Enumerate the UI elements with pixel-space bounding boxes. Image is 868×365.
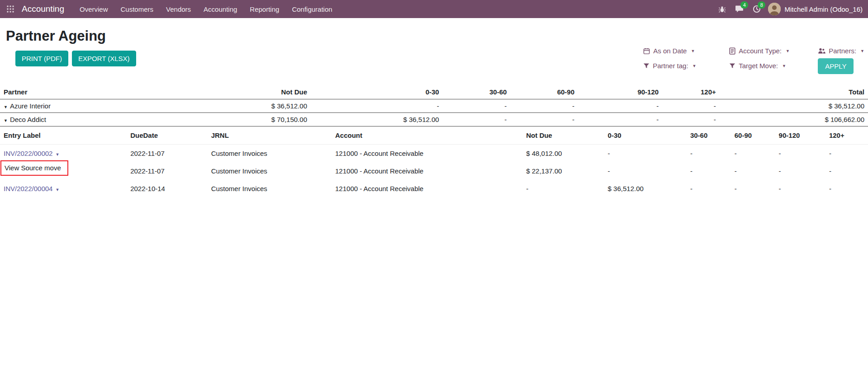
cell-0-30: - — [604, 145, 687, 163]
entry-detail-table: Entry Label DueDate JRNL Account Not Due… — [0, 126, 868, 197]
cell-not-due: $ 36,512.00 — [174, 99, 311, 113]
partner-ageing-report: Partner Ageing PRINT (PDF) EXPORT (XLSX)… — [0, 28, 868, 197]
filter-label: Partner tag: — [653, 62, 688, 70]
activities-badge: 8 — [758, 1, 765, 9]
cell-0-30: $ 36,512.00 — [311, 113, 443, 126]
menu-accounting[interactable]: Accounting — [197, 0, 243, 18]
partner-table-header-row: Partner Not Due 0-30 30-60 60-90 90-120 … — [0, 85, 868, 99]
messages-badge: 4 — [740, 1, 748, 9]
cell-120-plus: - — [825, 162, 868, 180]
col-90-120: 90-120 — [775, 126, 825, 145]
user-avatar[interactable] — [768, 3, 781, 15]
chevron-down-icon: ▼ — [781, 64, 786, 68]
partner-name[interactable]: Deco Addict — [10, 116, 46, 123]
page-title: Partner Ageing — [6, 28, 868, 44]
col-entry-label: Entry Label — [0, 126, 127, 145]
col-account: Account — [332, 126, 522, 145]
chevron-down-icon: ▼ — [859, 49, 864, 53]
cell-due-date: 2022-11-07 — [127, 162, 207, 180]
filter-funnel-icon — [643, 63, 650, 69]
calendar-icon — [643, 47, 650, 55]
cell-60-90: - — [731, 180, 775, 197]
cell-90-120: - — [578, 113, 662, 126]
menu-reporting[interactable]: Reporting — [243, 0, 285, 18]
filter-partner-tag[interactable]: Partner tag: ▼ — [643, 62, 696, 70]
filter-account-type[interactable]: Account Type: ▼ — [729, 47, 790, 55]
filter-label: Account Type: — [739, 47, 782, 55]
entry-row-with-open-dropdown: View Source move 2022-11-07 Customer Inv… — [0, 162, 868, 180]
cell-120-plus: - — [662, 99, 720, 113]
cell-30-60: - — [687, 162, 731, 180]
menu-customers[interactable]: Customers — [114, 0, 160, 18]
cell-30-60: - — [443, 99, 511, 113]
cell-60-90: - — [731, 162, 775, 180]
menu-configuration[interactable]: Configuration — [285, 0, 338, 18]
filter-as-on-date[interactable]: As on Date ▼ — [643, 47, 695, 55]
app-name[interactable]: Accounting — [22, 4, 64, 14]
filter-target-move[interactable]: Target Move: ▼ — [729, 62, 786, 70]
partner-row-deco-addict: ▼Deco Addict $ 70,150.00 $ 36,512.00 - -… — [0, 113, 868, 126]
col-total: Total — [720, 85, 868, 99]
col-partner: Partner — [0, 85, 174, 99]
cell-not-due: $ 22,137.00 — [522, 162, 604, 180]
report-controls: PRINT (PDF) EXPORT (XLSX) As on Date ▼ A — [0, 51, 868, 74]
apps-menu-icon[interactable] — [0, 0, 21, 18]
collapse-caret-icon[interactable]: ▼ — [4, 118, 8, 123]
col-not-due: Not Due — [174, 85, 311, 99]
topbar-menu: Overview Customers Vendors Accounting Re… — [73, 0, 339, 18]
entry-row-inv-2022-00004: INV/2022/00004▼ 2022-10-14 Customer Invo… — [0, 180, 868, 197]
detail-table-header-row: Entry Label DueDate JRNL Account Not Due… — [0, 126, 868, 145]
cell-jrnl: Customer Invoices — [208, 145, 332, 163]
cell-30-60: - — [443, 113, 511, 126]
col-not-due: Not Due — [522, 126, 604, 145]
chevron-down-icon: ▼ — [785, 49, 790, 53]
cell-120-plus: - — [825, 145, 868, 163]
cell-0-30: - — [311, 99, 443, 113]
menu-vendors[interactable]: Vendors — [160, 0, 197, 18]
grid-dots-icon — [6, 5, 14, 13]
cell-60-90: - — [510, 113, 578, 126]
col-30-60: 30-60 — [443, 85, 511, 99]
chevron-down-icon: ▼ — [692, 64, 697, 68]
debug-bug-icon[interactable] — [714, 0, 730, 18]
partner-ageing-table: Partner Not Due 0-30 30-60 60-90 90-120 … — [0, 85, 868, 126]
cell-not-due: $ 70,150.00 — [174, 113, 311, 126]
cell-not-due: $ 48,012.00 — [522, 145, 604, 163]
report-filters: As on Date ▼ Account Type: ▼ Partners: — [643, 47, 864, 74]
cell-30-60: - — [687, 145, 731, 163]
cell-90-120: - — [775, 145, 825, 163]
collapse-caret-icon[interactable]: ▼ — [4, 105, 8, 109]
print-pdf-button[interactable]: PRINT (PDF) — [15, 51, 68, 66]
topbar: Accounting Overview Customers Vendors Ac… — [0, 0, 868, 18]
cell-30-60: - — [687, 180, 731, 197]
cell-0-30: $ 36,512.00 — [604, 180, 687, 197]
user-menu[interactable]: Mitchell Admin (Odoo_16) — [784, 5, 864, 13]
filter-label: Partners: — [829, 47, 856, 55]
entry-label-link[interactable]: INV/2022/00004 — [4, 185, 52, 192]
chevron-down-icon[interactable]: ▼ — [55, 152, 59, 157]
col-90-120: 90-120 — [578, 85, 662, 99]
partner-row-azure-interior: ▼Azure Interior $ 36,512.00 - - - - - $ … — [0, 99, 868, 113]
apply-button[interactable]: APPLY — [818, 58, 854, 74]
cell-jrnl: Customer Invoices — [208, 180, 332, 197]
chevron-down-icon: ▼ — [690, 49, 695, 53]
chevron-down-icon[interactable]: ▼ — [55, 187, 59, 192]
menu-overview[interactable]: Overview — [73, 0, 114, 18]
cell-0-30: - — [604, 162, 687, 180]
cell-90-120: - — [775, 180, 825, 197]
activities-clock-icon[interactable]: 8 — [748, 0, 765, 18]
cell-not-due: - — [522, 180, 604, 197]
col-30-60: 30-60 — [687, 126, 731, 145]
entry-label-link[interactable]: INV/2022/00002 — [4, 150, 52, 157]
cell-jrnl: Customer Invoices — [208, 162, 332, 180]
view-source-move-menu-item[interactable]: View Source move — [0, 160, 68, 176]
filter-partners[interactable]: Partners: ▼ — [818, 47, 864, 55]
cell-90-120: - — [775, 162, 825, 180]
cell-due-date: 2022-10-14 — [127, 180, 207, 197]
cell-120-plus: - — [825, 180, 868, 197]
col-120-plus: 120+ — [825, 126, 868, 145]
filter-label: Target Move: — [739, 62, 778, 70]
messages-icon[interactable]: 4 — [730, 0, 748, 18]
partner-name[interactable]: Azure Interior — [10, 102, 51, 110]
export-xlsx-button[interactable]: EXPORT (XLSX) — [72, 51, 136, 66]
